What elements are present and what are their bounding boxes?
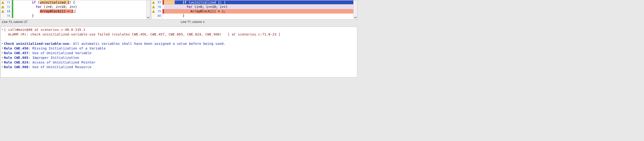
diff-panes: 71727374 if (uninitialized_1) { for (i=0… [0,0,358,20]
svg-point-13 [2,43,3,44]
gutter-line: 80 [152,14,162,18]
right-gutter: 77787980 [152,0,162,19]
gutter-line: 73 [1,9,12,14]
breakpoint-icon [1,61,4,63]
message-panel[interactable]: [ call#main@48 at scenarios.c:48.0-135.1… [0,27,357,77]
left-code-area[interactable]: 71727374 if (uninitialized_1) { for (i=0… [1,0,150,19]
gutter-line: 77 [152,0,162,5]
svg-rect-4 [2,11,3,12]
left-status: Line 73, column 27 [0,20,179,24]
breakpoint-icon [1,56,4,59]
code-line[interactable]: } [13,14,146,18]
line-number: 71 [7,1,10,4]
svg-rect-2 [2,6,3,7]
message-line: Rule CWE.456: Missing Initialization of … [2,46,356,51]
line-number: 77 [158,1,161,4]
svg-rect-9 [153,8,154,8]
svg-rect-0 [2,2,3,3]
line-number: 79 [158,10,161,13]
message-line: Rule CWE.908: Use of Uninitialized Resou… [2,65,356,69]
message-line: Check uninitialized-variable-use: All au… [2,41,356,46]
svg-rect-8 [153,6,154,7]
gutter-line: 71 [1,0,12,5]
svg-rect-6 [153,2,154,3]
code-line[interactable]: for (i=0; i<=10; i++) [164,5,353,9]
line-number: 80 [158,14,161,18]
warning-icon [1,1,4,4]
gutter-line: 74 [1,14,12,18]
chevron-down-icon[interactable] [354,16,357,19]
gutter-line: 72 [1,5,12,9]
status-bar: Line 73, column 27 Line 77, column 1 [0,20,358,24]
chevron-down-icon[interactable] [147,16,150,19]
code-line[interactable]: for (i=0; i<=10; i++) [13,5,146,9]
warning-icon [152,10,155,13]
message-line: Rule CWE.457: Use of Uninitialized Varia… [2,51,356,55]
code-line[interactable]: if (uninitialized_1) { [164,0,353,5]
right-code[interactable]: if (uninitialized_1) { for (i=0; i<=10; … [164,0,353,19]
left-code[interactable]: if (uninitialized_1) { for (i=0; i<=10; … [13,0,146,19]
svg-point-12 [2,29,3,30]
breakpoint-icon [1,52,4,54]
line-number: 73 [7,10,10,13]
right-code-area[interactable]: 77787980 if (uninitialized_1) { for (i=0… [152,0,357,19]
gutter-line: 78 [152,5,162,9]
svg-point-15 [2,52,3,53]
svg-point-17 [2,62,3,63]
horizontal-splitter[interactable]: · · · · · · · · · · · · · · · · · · · · … [0,24,358,27]
breakpoint-icon [1,28,4,31]
svg-rect-1 [2,3,3,3]
message-line: [ call#main@48 at scenarios.c:48.0-135.1 [2,27,356,32]
svg-point-18 [2,66,3,67]
code-line[interactable]: ArrayBlock[i] = i; [13,9,146,14]
warning-icon [1,5,4,9]
right-status: Line 77, column 1 [179,20,358,24]
scrollbar-vertical[interactable] [146,0,150,19]
line-number: 78 [158,5,161,9]
message-line: Rule CWE.824: Access of Uninitialized Po… [2,60,356,65]
message-line: Rule CWE.665: Improper Initialization [2,55,356,60]
code-line[interactable]: } [164,14,353,18]
right-pane: 77787980 if (uninitialized_1) { for (i=0… [151,0,357,20]
svg-rect-3 [2,8,3,8]
scrollbar-vertical[interactable] [353,0,357,19]
breakpoint-icon [1,42,4,45]
svg-point-16 [2,57,3,58]
message-line: ALARM (R): check uninitialized-variable-… [2,32,356,37]
left-gutter: 71727374 [1,0,12,19]
breakpoint-icon [1,47,4,49]
code-line[interactable]: ArrayBlock[i] = i; [164,9,353,14]
breakpoint-icon [1,66,4,68]
warning-icon [152,5,155,9]
gutter-line: 79 [152,9,162,14]
warning-icon [1,10,4,13]
svg-rect-7 [153,3,154,3]
message-line [2,37,356,41]
line-number: 74 [7,14,10,18]
left-pane: 71727374 if (uninitialized_1) { for (i=0… [0,0,150,20]
warning-icon [152,1,155,4]
svg-rect-10 [153,11,154,12]
code-line[interactable]: if (uninitialized_1) { [13,0,146,5]
line-number: 72 [7,5,10,9]
svg-point-14 [2,48,3,49]
